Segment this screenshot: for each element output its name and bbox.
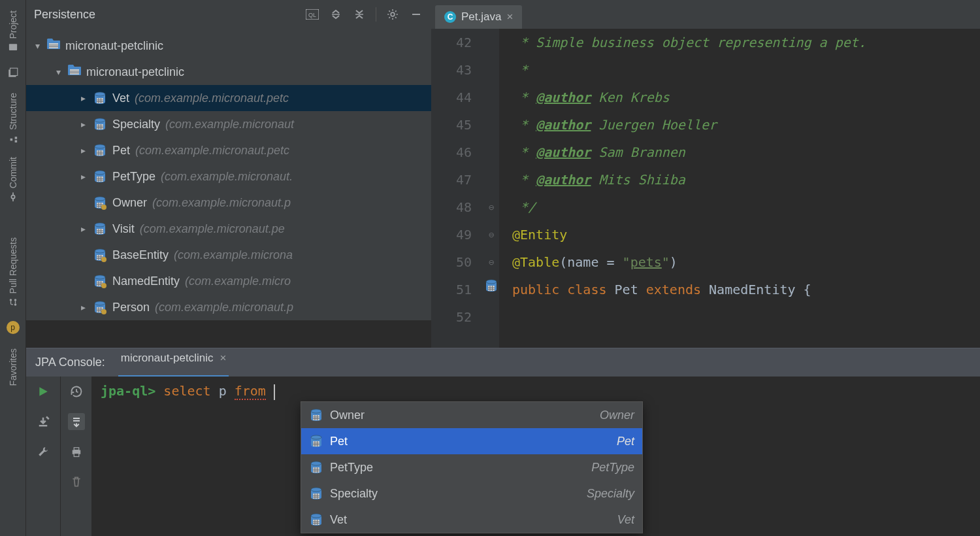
tree-item-name: Visit	[112, 222, 135, 236]
tree-item-package: (com.example.micronaut.p	[152, 196, 291, 210]
tree-item-package: (com.example.microna	[174, 248, 293, 262]
text-caret	[274, 384, 275, 400]
tree-item-vet[interactable]: ▸ Vet (com.example.micronaut.petc	[26, 85, 431, 111]
class-badge-icon: C	[444, 11, 456, 23]
tree-item-name: Specialty	[112, 118, 160, 131]
jpa-title: JPA Console:	[35, 356, 105, 369]
persistence-tree[interactable]: ▾ micronaut-petclinic ▾ micronaut-petcli…	[26, 29, 431, 320]
gutter-favorites[interactable]: Favorites	[8, 348, 18, 386]
code-line-47[interactable]: * @author Mits Shiiba	[512, 166, 980, 193]
svg-rect-126	[313, 494, 319, 499]
gutter-project[interactable]: Project	[8, 10, 18, 52]
tree-item-package: (com.example.micronaut.petc	[135, 144, 289, 158]
svg-text:QL: QL	[308, 12, 316, 18]
tree-item-visit[interactable]: ▸ Visit (com.example.micronaut.pe	[26, 216, 431, 242]
close-icon[interactable]: ×	[506, 10, 513, 24]
tree-arrow-icon[interactable]: ▾	[54, 67, 63, 77]
tree-item-owner[interactable]: Owner (com.example.micronaut.p	[26, 190, 431, 216]
gutter-structure[interactable]: Structure	[8, 93, 18, 143]
tab-pet-java[interactable]: C Pet.java ×	[435, 5, 522, 29]
tree-item-name: Person	[112, 301, 150, 314]
code-line-48[interactable]: */	[512, 193, 980, 221]
svg-rect-64	[97, 229, 103, 234]
tree-arrow-icon[interactable]: ▸	[78, 145, 88, 156]
wrench-icon[interactable]	[35, 443, 52, 460]
svg-point-9	[14, 303, 16, 306]
print-icon[interactable]	[68, 443, 85, 460]
code-line-42[interactable]: * Simple business object representing a …	[512, 29, 980, 56]
svg-rect-3	[14, 140, 17, 142]
jpa-tab[interactable]: micronaut-petclinic ×	[118, 348, 229, 377]
tree-item-micronaut-petclinic[interactable]: ▾ micronaut-petclinic	[26, 59, 431, 85]
completion-name: Pet	[330, 435, 348, 448]
tree-item-baseentity[interactable]: BaseEntity (com.example.microna	[26, 242, 431, 268]
tree-item-package: (com.example.micronaut	[165, 118, 294, 131]
svg-rect-95	[488, 286, 495, 291]
tree-item-person[interactable]: ▸ Person (com.example.micronaut.p	[26, 294, 431, 320]
persistence-header: Persistence QL	[26, 0, 431, 29]
completion-type: Specialty	[587, 487, 634, 501]
code-area[interactable]: 4243444546474849505152 ⊖⊖⊖ * Simple busi…	[431, 29, 980, 348]
jpa-console-header: JPA Console: micronaut-petclinic ×	[26, 348, 980, 377]
svg-rect-2	[10, 68, 17, 75]
gutter-commit[interactable]: Commit	[8, 157, 18, 201]
code-line-51[interactable]: public class Pet extends NamedEntity {	[512, 276, 980, 303]
svg-rect-5	[10, 138, 12, 141]
tree-item-package: (com.example.micronaut.petc	[135, 92, 289, 105]
tree-item-name: BaseEntity	[112, 248, 169, 262]
completion-item-pet[interactable]: PetPet	[301, 428, 642, 454]
completion-item-owner[interactable]: OwnerOwner	[301, 402, 642, 428]
code-line-44[interactable]: * @author Ken Krebs	[512, 84, 980, 111]
completion-item-specialty[interactable]: SpecialtySpecialty	[301, 480, 642, 507]
trash-icon[interactable]	[68, 473, 85, 490]
collapse-all-icon[interactable]	[352, 7, 367, 22]
completion-popup[interactable]: OwnerOwner PetPet PetTypePetType Special…	[301, 401, 643, 533]
completion-type: Vet	[617, 513, 634, 527]
svg-rect-133	[313, 520, 319, 525]
completion-name: PetType	[330, 461, 373, 475]
panel-title: Persistence	[34, 8, 296, 22]
code-line-43[interactable]: *	[512, 56, 980, 84]
tree-arrow-icon[interactable]: ▸	[78, 119, 88, 129]
tree-item-package: (com.example.micronaut.pe	[140, 222, 285, 236]
tree-arrow-icon[interactable]: ▸	[78, 93, 88, 103]
tree-arrow-icon[interactable]: ▸	[78, 302, 88, 312]
minimize-icon[interactable]	[409, 7, 423, 22]
run-icon[interactable]	[35, 383, 52, 400]
tree-item-specialty[interactable]: ▸ Specialty (com.example.micronaut	[26, 111, 431, 137]
ql-console-icon[interactable]: QL	[305, 7, 319, 22]
tab-label: Pet.java	[461, 10, 501, 24]
history-icon[interactable]	[68, 383, 85, 400]
tree-item-namedentity[interactable]: NamedEntity (com.example.micro	[26, 268, 431, 294]
gutter-pull-requests[interactable]: Pull Requests	[8, 237, 18, 307]
close-icon[interactable]: ×	[220, 352, 226, 365]
gear-icon[interactable]	[385, 7, 400, 22]
tree-item-package: (com.example.micro	[185, 275, 291, 288]
svg-rect-105	[313, 415, 319, 420]
jpa-prompt: jpa-ql>	[101, 383, 155, 399]
tree-arrow-icon[interactable]: ▸	[78, 224, 88, 234]
code-line-49[interactable]: @Entity	[512, 221, 980, 248]
code-line-45[interactable]: * @author Juergen Hoeller	[512, 111, 980, 139]
svg-rect-112	[313, 441, 319, 446]
tree-item-micronaut-petclinic[interactable]: ▾ micronaut-petclinic	[26, 33, 431, 59]
tree-item-pettype[interactable]: ▸ PetType (com.example.micronaut.	[26, 163, 431, 190]
files-icon[interactable]	[7, 67, 19, 78]
tree-item-package: (com.example.micronaut.p	[155, 301, 293, 314]
code-line-50[interactable]: @Table(name = "pets")	[512, 248, 980, 276]
avatar-badge[interactable]: p	[7, 321, 20, 334]
completion-item-vet[interactable]: VetVet	[301, 507, 642, 533]
tree-arrow-icon[interactable]: ▸	[78, 171, 88, 182]
completion-item-pettype[interactable]: PetTypePetType	[301, 454, 642, 480]
export-icon[interactable]	[35, 413, 52, 430]
jpa-toolbar-1	[26, 377, 60, 536]
tree-item-pet[interactable]: ▸ Pet (com.example.micronaut.petc	[26, 137, 431, 163]
code-line-52[interactable]	[512, 303, 980, 331]
code-body[interactable]: * Simple business object representing a …	[499, 29, 980, 348]
tree-arrow-icon[interactable]: ▾	[33, 41, 42, 51]
scroll-down-icon[interactable]	[68, 413, 85, 430]
svg-point-92	[101, 309, 106, 314]
code-line-46[interactable]: * @author Sam Brannen	[512, 139, 980, 166]
svg-rect-101	[74, 448, 79, 450]
expand-all-icon[interactable]	[329, 7, 343, 22]
